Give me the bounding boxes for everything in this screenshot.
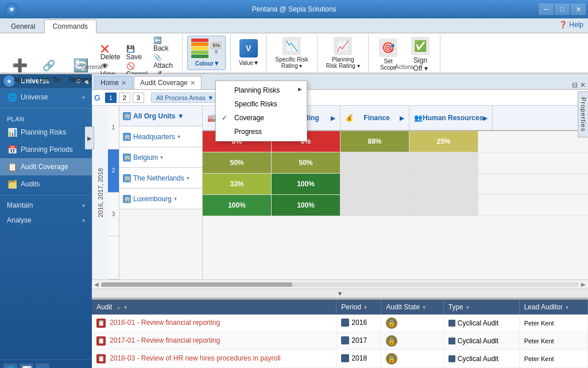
tab-commands[interactable]: Commands — [44, 20, 96, 33]
sidebar-item-planning-periods[interactable]: 📅 Planning Periods — [0, 141, 92, 158]
col-lead-auditor[interactable]: Lead Auditor ▾ — [519, 300, 587, 315]
cell-nl-hr[interactable] — [409, 174, 478, 194]
cell-nl-selling[interactable]: 100% — [272, 174, 341, 194]
all-process-areas-btn[interactable]: All Process Areas ▼ — [151, 93, 219, 103]
netherlands-arrow: ▾ — [187, 175, 189, 181]
audit-cell-auditor-2: Peter Kent — [519, 332, 587, 350]
scrollbar-thumb[interactable] — [101, 282, 292, 287]
cell-hq-hr[interactable]: 25% — [409, 131, 478, 152]
type-filter-icon[interactable]: ▾ — [466, 304, 469, 310]
collapse-arrow[interactable]: ▼ — [92, 289, 588, 298]
add-button[interactable]: ➕ Add — [7, 55, 32, 85]
scrollbar-track[interactable] — [101, 282, 579, 287]
page-btn-3[interactable]: 3 — [133, 93, 144, 103]
ribbon-group-specific-risk: 📉 Specific Risk Rating ▾ — [266, 34, 318, 71]
specific-risk-button[interactable]: 📉 Specific Risk Rating ▾ — [271, 36, 312, 70]
colour-label: Colour ▾ — [195, 59, 218, 67]
lead-auditor-filter-icon[interactable]: ▾ — [566, 304, 568, 310]
sidebar-item-audits[interactable]: 🗂️ Audits — [0, 175, 92, 193]
period-filter-icon[interactable]: ▾ — [364, 304, 367, 310]
page-btn-2[interactable]: 2 — [119, 93, 130, 103]
org-unit-headquarters[interactable]: 🏢 Headquarters ▾ — [119, 126, 202, 147]
tab-home-close-icon[interactable]: ✕ — [121, 79, 126, 87]
sidebar-item-analyse[interactable]: Analyse ▾ — [0, 213, 92, 228]
cell-lu-hr[interactable] — [409, 195, 478, 216]
cell-nl-finance[interactable] — [341, 174, 409, 194]
titlebar-controls: ─ □ ✕ — [539, 3, 586, 15]
colour-button[interactable]: 5% 8 Colour ▾ — [187, 36, 226, 70]
cell-be-hr[interactable] — [409, 152, 478, 173]
col-header-finance[interactable]: 💰 Finance ▶ — [341, 106, 409, 130]
cell-lu-finance[interactable] — [341, 195, 409, 216]
audit-state-filter-icon[interactable]: ▾ — [423, 304, 425, 310]
hq-arrow: ▾ — [177, 133, 180, 140]
tab-audit-coverage[interactable]: Audit Coverage ✕ — [134, 76, 202, 89]
audit-type-box-2: Cyclical Audit — [448, 337, 498, 345]
sidebar-item-audit-coverage[interactable]: 📋 Audit Coverage — [0, 158, 92, 175]
link-to-button[interactable]: 🔗 Link To — [34, 55, 63, 85]
maximize-button[interactable]: □ — [555, 3, 570, 15]
value-button[interactable]: V Value ▾ — [235, 38, 261, 68]
all-process-areas-button[interactable]: All Process Areas ▼ — [151, 93, 219, 103]
help-button[interactable]: ❓ Help — [559, 21, 583, 29]
attach-button[interactable]: 📎 Attach — [152, 53, 177, 70]
col-audit-state[interactable]: Audit State ▾ — [381, 300, 443, 315]
cell-be-production[interactable]: 50% — [203, 152, 272, 173]
minimize-button[interactable]: ─ — [539, 3, 554, 15]
sidebar-bottom-user-icon[interactable]: 👤 — [36, 363, 49, 368]
tab-maximize-icon[interactable]: ⊟ — [572, 81, 578, 89]
type-label-2: Cyclical Audit — [458, 337, 498, 345]
hr-arrow[interactable]: ▶ — [483, 115, 488, 121]
sidebar-expand-button[interactable]: ▶ — [85, 126, 94, 150]
sidebar-item-maintain[interactable]: Maintain ▾ — [0, 198, 92, 213]
tab-home[interactable]: Home ✕ — [94, 76, 133, 89]
col-type[interactable]: Type ▾ — [443, 300, 519, 315]
close-button[interactable]: ✕ — [571, 3, 586, 15]
org-unit-netherlands[interactable]: 🏢 The Netherlands ▾ — [119, 168, 202, 189]
collapse-down-icon: ▼ — [337, 290, 343, 297]
cell-hq-finance[interactable]: 88% — [341, 131, 409, 152]
dropdown-specific-risks[interactable]: Specific Risks — [216, 97, 307, 111]
cell-be-finance[interactable] — [341, 152, 409, 173]
matrix-left: 2016, 2017, 2018 1 2 3 🏢 All Org Units ▼ — [92, 106, 203, 279]
horizontal-scrollbar[interactable]: ◀ ▶ — [92, 279, 588, 289]
sidebar-bottom-globe-icon[interactable]: 🌐 — [3, 363, 17, 368]
tab-general[interactable]: General — [2, 20, 44, 33]
dropdown-coverage[interactable]: Coverage — [216, 111, 307, 125]
planning-risk-button[interactable]: 📈 Planning Risk Rating ▾ — [322, 36, 363, 70]
audit-link-1[interactable]: 2016-01 - Review financial reporting — [110, 319, 220, 327]
delete-button[interactable]: ❌ Delete — [99, 44, 122, 62]
org-unit-belgium[interactable]: 🏢 Belgium ▾ — [119, 147, 202, 168]
cell-be-selling[interactable]: 50% — [272, 152, 341, 173]
all-org-units-header[interactable]: 🏢 All Org Units ▼ — [119, 106, 202, 126]
back-button[interactable]: ⬅️ Back — [152, 36, 177, 53]
matrix-body: 0% 0% 88% 25% 50% 50% — [203, 131, 588, 279]
cell-lu-selling[interactable]: 100% — [272, 195, 341, 216]
audit-filter-icon[interactable]: ▾ — [124, 304, 127, 310]
cell-lu-production[interactable]: 100% — [203, 195, 272, 216]
period-block-3: 2018 — [341, 354, 367, 362]
col-header-human-resources[interactable]: 👥 Human Resources ▶ — [409, 106, 493, 130]
type-color-1 — [448, 320, 455, 327]
properties-toggle[interactable]: Properties — [578, 91, 588, 137]
luxembourg-icon: 🏢 — [123, 195, 131, 203]
cell-nl-production[interactable]: 33% — [203, 174, 272, 194]
finance-arrow[interactable]: ▶ — [400, 115, 404, 121]
page-btn-1[interactable]: 1 — [105, 93, 117, 103]
sidebar-bottom-chart-icon[interactable]: 📊 — [20, 363, 33, 368]
audit-link-2[interactable]: 2017-01 - Review financial reporting — [110, 336, 220, 344]
sidebar-item-planning-risks[interactable]: 📊 Planning Risks — [0, 124, 92, 141]
col-period[interactable]: Period ▾ — [336, 300, 381, 315]
scroll-right-icon[interactable]: ▶ — [581, 281, 586, 288]
selling-arrow[interactable]: ▶ — [331, 115, 335, 121]
dropdown-planning-risks[interactable]: Planning Risks — [216, 83, 307, 97]
tab-audit-coverage-close-icon[interactable]: ✕ — [190, 79, 195, 87]
dropdown-progress[interactable]: Progress — [216, 125, 307, 139]
scroll-left-icon[interactable]: ◀ — [94, 281, 99, 288]
planning-risk-items: 📈 Planning Risk Rating ▾ — [322, 36, 363, 70]
col-audit[interactable]: Audit ▲ ▾ — [92, 300, 336, 315]
tab-close-icon[interactable]: ✕ — [580, 81, 586, 89]
audit-link-3[interactable]: 2018-03 - Review of HR new hires procedu… — [110, 354, 280, 362]
org-unit-luxembourg[interactable]: 🏢 Luxembourg ▾ — [119, 189, 202, 209]
save-button[interactable]: 💾 Save — [125, 44, 149, 62]
